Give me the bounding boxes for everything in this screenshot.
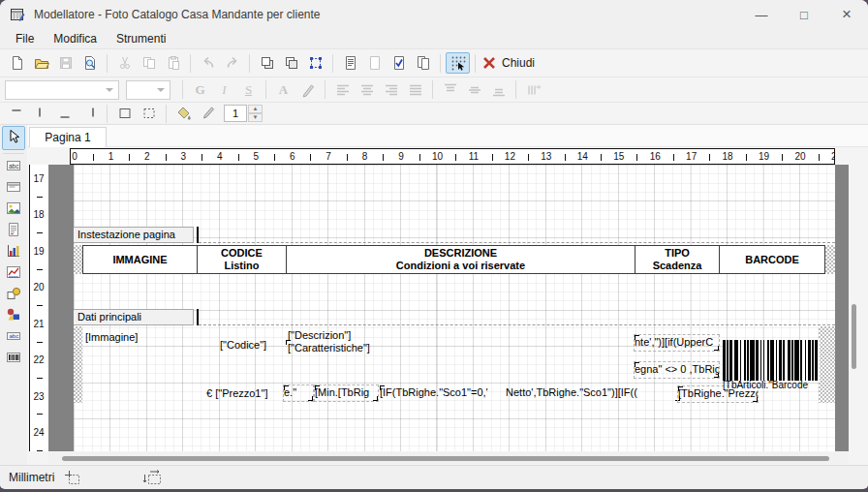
richtext-tool-button[interactable] — [2, 221, 25, 241]
chart-tool-button[interactable] — [2, 242, 25, 262]
toolbar-separator — [475, 54, 476, 73]
field-tool-icon: abc — [6, 328, 21, 348]
shape-tool-button[interactable] — [2, 285, 25, 305]
align-justify-button — [403, 79, 427, 101]
svg-text:abc: abc — [10, 333, 19, 339]
band-page-header[interactable]: Instestazione pagina — [74, 227, 194, 243]
border-left-button[interactable] — [29, 103, 53, 124]
band-edge-hatch — [74, 245, 82, 274]
selection-handles-icon — [308, 55, 324, 71]
richtext-tool-icon — [6, 222, 21, 241]
barcode-bar — [818, 340, 819, 381]
select-button[interactable] — [2, 126, 25, 150]
ruler-tick — [166, 154, 167, 161]
new-document-button[interactable] — [5, 52, 29, 74]
close-model-button[interactable]: Chiudi — [480, 52, 540, 74]
chart-image-tool-icon — [6, 264, 21, 284]
field-prezzo[interactable]: € ["Prezzo1"] — [206, 386, 267, 400]
ruler-tick — [129, 154, 130, 161]
label-tool-button[interactable]: abc — [2, 157, 25, 177]
text-document-button[interactable] — [338, 52, 362, 74]
field-tool-button[interactable]: abc — [2, 327, 25, 348]
band-data[interactable]: Dati principali — [74, 309, 194, 325]
ruler-tick — [202, 154, 202, 161]
check-page-button[interactable] — [387, 52, 411, 74]
header-cell-barcode[interactable]: BARCODE — [719, 245, 825, 274]
chart-image-tool-button[interactable] — [2, 263, 25, 284]
border-box-icon — [117, 106, 133, 121]
header-cell-descrizione[interactable]: DESCRIZIONECondizioni a voi riservate — [286, 245, 636, 274]
field-expression-a[interactable]: e." — [284, 385, 313, 401]
textbox-tool-button[interactable] — [2, 178, 25, 199]
menu-modifica[interactable]: Modifica — [44, 30, 107, 48]
send-to-back-icon — [284, 55, 299, 71]
menu-strumenti[interactable]: Strumenti — [107, 30, 175, 48]
border-dashed-icon — [141, 106, 157, 121]
border-bottom-button[interactable] — [53, 103, 78, 124]
band-separator-line — [199, 324, 835, 325]
barcode-tool-button[interactable] — [2, 349, 25, 369]
bring-to-front-button[interactable] — [255, 52, 279, 74]
print-preview-button[interactable] — [78, 52, 102, 74]
field-codice[interactable]: ["Codice"] — [220, 338, 266, 352]
minimize-button[interactable]: — — [740, 0, 783, 29]
field-caratteristiche[interactable]: ["Caratteristiche"] — [288, 341, 370, 354]
toolbar-format: GISA — [0, 77, 868, 102]
ruler-number: 0 — [72, 151, 78, 162]
border-right-button[interactable] — [78, 103, 102, 124]
border-top-icon — [10, 106, 25, 121]
header-cell-immagine[interactable]: IMMAGINE — [82, 245, 198, 274]
toolbar-separator — [325, 80, 326, 99]
font-size-combo[interactable] — [126, 80, 170, 100]
border-top-button[interactable] — [5, 103, 29, 124]
font-family-combo[interactable] — [5, 80, 119, 100]
check-page-icon — [391, 55, 407, 71]
line-width-value[interactable]: 1 — [224, 105, 247, 122]
image-tool-button[interactable] — [2, 200, 25, 220]
spinner-down-button[interactable]: ▼ — [248, 113, 263, 122]
header-cell-line1: TIPO — [665, 247, 690, 260]
duplicate-page-button[interactable] — [411, 52, 435, 74]
ruler-tick — [93, 154, 94, 161]
text-document-icon — [343, 55, 358, 71]
ruler-tick — [419, 154, 420, 161]
ruler-tick — [383, 154, 384, 161]
tab-pagina-1[interactable]: Pagina 1 — [29, 127, 107, 147]
vertical-scrollbar-thumb[interactable] — [852, 304, 856, 369]
toolbar-separator — [249, 54, 250, 73]
send-to-back-button[interactable] — [279, 52, 303, 74]
selection-handles-button[interactable] — [303, 52, 327, 74]
ruler-number: 20 — [794, 151, 805, 162]
field-expression-c[interactable]: [IF(TbRighe."Sco1"=0,' Netto',TbRighe."S… — [380, 385, 680, 401]
line-color-button[interactable] — [196, 103, 220, 124]
ruler-number: 21 — [831, 151, 835, 162]
grid-snap-button[interactable] — [446, 52, 470, 74]
fill-color-button[interactable] — [171, 103, 196, 124]
barcode-object[interactable] — [723, 340, 820, 381]
header-cell-line2: Listino — [224, 260, 259, 272]
align-center-button — [355, 79, 379, 101]
header-cell-codice[interactable]: CODICEListino — [197, 245, 287, 274]
align-center-icon — [359, 82, 375, 98]
border-box-button[interactable] — [112, 103, 137, 124]
header-cell-line1: BARCODE — [745, 254, 799, 266]
close-button[interactable]: × — [825, 0, 868, 29]
spinner-up-button[interactable]: ▲ — [248, 105, 263, 113]
color-shapes-tool-button[interactable] — [2, 306, 25, 326]
text-direction-button — [521, 79, 545, 101]
header-cell-tipo[interactable]: TIPOScadenza — [635, 245, 720, 274]
ruler-number: 7 — [326, 151, 331, 162]
field-expression-e[interactable]: nte',")][if(UpperC — [635, 335, 719, 351]
border-dashed-button[interactable] — [137, 103, 161, 124]
ruler-number: 13 — [541, 151, 551, 162]
field-immagine[interactable]: [Immagine] — [85, 330, 138, 344]
horizontal-scrollbar-thumb[interactable] — [62, 456, 829, 461]
menu-file[interactable]: File — [6, 30, 44, 48]
field-expression-b[interactable]: [Min.[TbRig — [315, 385, 378, 401]
field-descrizione[interactable]: ["Descrizion"] — [288, 328, 351, 342]
ruler-number: 11 — [469, 151, 479, 162]
open-button[interactable] — [29, 52, 53, 74]
maximize-button[interactable]: □ — [783, 0, 825, 29]
ruler-tick — [37, 450, 43, 451]
field-expression-f[interactable]: egna" <> 0 ,TbRig — [635, 362, 719, 378]
